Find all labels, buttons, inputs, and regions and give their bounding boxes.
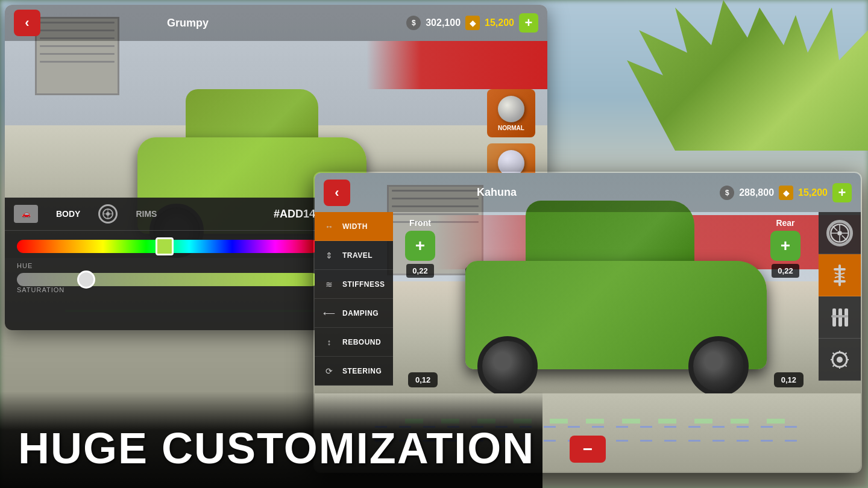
- svg-rect-14: [834, 280, 846, 283]
- gem-icon-2: ◆: [779, 186, 793, 200]
- hue-thumb[interactable]: [156, 237, 174, 255]
- sidebar-menu: ↔ WIDTH ⇕ TRAVEL ≋ STIFFNESS ⟵ DAMPING ↕: [315, 212, 393, 386]
- car-small-icon: 🚗: [14, 205, 38, 223]
- player-name-2: Kahuna: [477, 186, 517, 199]
- svg-rect-13: [834, 268, 846, 271]
- hue-slider[interactable]: [17, 240, 318, 253]
- svg-line-11: [842, 235, 847, 240]
- width-icon: ↔: [321, 218, 338, 235]
- menu-label-rebound: REBOUND: [342, 338, 381, 346]
- right-btn-wheel[interactable]: [819, 212, 861, 254]
- engine-icon: [828, 348, 852, 372]
- rear-bottom-value: 0,12: [774, 372, 804, 387]
- travel-icon: ⇕: [321, 247, 338, 264]
- front-bottom-value: 0,12: [408, 372, 438, 387]
- header-2: ‹ Kahuna $ 288,800 ◆ 15,200 +: [315, 173, 861, 212]
- bottom-overlay: HUGE CUSTOMIZATION: [0, 392, 542, 488]
- menu-item-travel[interactable]: ⇕ TRAVEL: [315, 241, 393, 270]
- svg-line-10: [832, 226, 837, 231]
- add-button-2[interactable]: +: [832, 183, 852, 202]
- color-slider-container: HUE SATURATION: [5, 231, 330, 306]
- door-line: [40, 53, 115, 55]
- back-button-1[interactable]: ‹: [14, 10, 40, 36]
- customization-headline: HUGE CUSTOMIZATION: [18, 424, 535, 473]
- cash-amount-2: 288,800: [739, 187, 774, 198]
- damping-icon: ⟵: [321, 305, 338, 322]
- menu-item-rebound[interactable]: ↕ REBOUND: [315, 328, 393, 357]
- saturation-thumb[interactable]: [77, 271, 95, 289]
- right-btn-gearbox[interactable]: [819, 296, 861, 339]
- paint-ball-normal: [498, 96, 524, 122]
- bottom-minus-button[interactable]: −: [570, 436, 606, 463]
- menu-label-width: WIDTH: [342, 222, 368, 231]
- door-line: [40, 61, 115, 63]
- saturation-slider[interactable]: [17, 273, 318, 286]
- tab-body[interactable]: BODY: [50, 206, 86, 222]
- gems-amount-1: 15,200: [485, 17, 514, 28]
- door-line: [40, 45, 115, 47]
- hue-label: HUE: [17, 262, 318, 269]
- front-value-top: 0,22: [406, 264, 433, 278]
- gearbox-icon: [828, 305, 852, 330]
- tab-rims[interactable]: RIMS: [130, 206, 163, 222]
- rear-value-top: 0,22: [772, 264, 799, 278]
- car-wheel-2-front-left: [477, 336, 538, 396]
- rear-label: Rear: [776, 218, 794, 228]
- add-button-1[interactable]: +: [519, 13, 538, 33]
- front-add-button[interactable]: +: [405, 231, 435, 261]
- back-button-2[interactable]: ‹: [324, 180, 350, 206]
- wheel-icon: [826, 220, 853, 246]
- svg-rect-18: [831, 315, 848, 318]
- menu-item-stiffness[interactable]: ≋ STIFFNESS: [315, 270, 393, 299]
- stiffness-icon: ≋: [321, 276, 338, 293]
- right-btn-engine[interactable]: [819, 339, 861, 381]
- front-label: Front: [409, 218, 431, 228]
- suspension-rear: Rear + 0,22: [770, 218, 800, 278]
- menu-label-stiffness: STIFFNESS: [342, 280, 385, 289]
- menu-item-damping[interactable]: ⟵ DAMPING: [315, 299, 393, 328]
- right-btn-suspension[interactable]: [819, 254, 861, 296]
- steering-icon: ⟳: [321, 363, 338, 380]
- color-panel: 🚗 BODY RIMS #ADD140: [5, 198, 330, 330]
- car-wheel-2-front-right: [688, 336, 749, 396]
- menu-label-travel: TRAVEL: [342, 251, 373, 260]
- menu-item-steering[interactable]: ⟳ STEERING: [315, 357, 393, 386]
- dollar-icon-1: $: [406, 16, 421, 30]
- menu-item-width[interactable]: ↔ WIDTH: [315, 212, 393, 241]
- rebound-icon: ↕: [321, 334, 338, 351]
- paint-normal-option[interactable]: NORMAL: [487, 89, 535, 137]
- menu-label-steering: STEERING: [342, 367, 382, 375]
- menu-label-damping: DAMPING: [342, 309, 379, 318]
- paint-normal-label: NORMAL: [498, 125, 524, 131]
- suspension-icon: [828, 263, 852, 287]
- dollar-icon-2: $: [720, 186, 734, 200]
- color-tabs: 🚗 BODY RIMS #ADD140: [5, 198, 330, 231]
- saturation-label: SATURATION: [17, 286, 318, 293]
- suspension-controls: Front + 0,22 Rear + 0,22: [393, 212, 813, 284]
- cash-amount-1: 302,100: [426, 17, 461, 28]
- suspension-front: Front + 0,22: [405, 218, 435, 278]
- player-name-1: Grumpy: [167, 17, 209, 30]
- currency-container-2: $ 288,800 ◆ 15,200 +: [720, 183, 852, 202]
- red-wall-stripe-1: [366, 41, 547, 89]
- header-1: ‹ Grumpy $ 302,100 ◆ 15,200 +: [5, 5, 547, 41]
- right-sidebar: [819, 212, 861, 381]
- svg-point-5: [837, 231, 842, 236]
- svg-point-20: [837, 357, 843, 363]
- gems-amount-2: 15,200: [798, 187, 828, 198]
- rim-icon: [98, 204, 118, 224]
- gem-icon-1: ◆: [465, 16, 480, 30]
- currency-container-1: $ 302,100 ◆ 15,200 +: [406, 13, 538, 33]
- main-container: ‹ Grumpy $ 302,100 ◆ 15,200 + NORMAL: [0, 0, 868, 488]
- rear-add-button[interactable]: +: [770, 231, 800, 261]
- svg-rect-12: [838, 264, 841, 286]
